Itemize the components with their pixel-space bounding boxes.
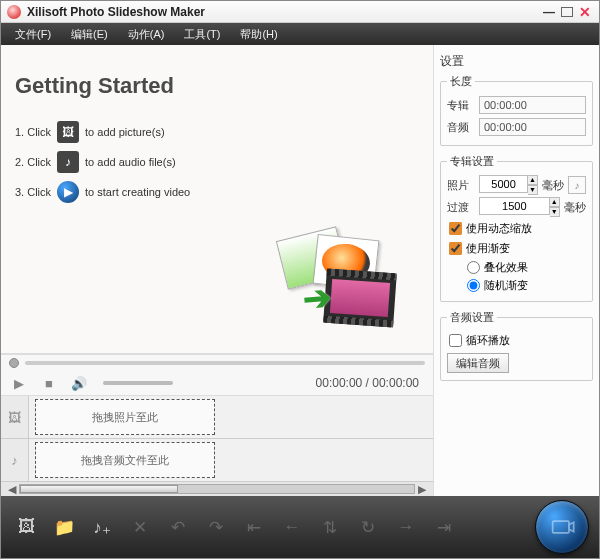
use-gradient-checkbox[interactable] [449,242,462,255]
menu-action[interactable]: 动作(A) [118,23,175,45]
photo-track[interactable]: 拖拽照片至此 [29,396,433,439]
audio-length-label: 音频 [447,120,475,135]
step-3: 3. Click ▶ to start creating video [15,177,419,207]
seek-thumb[interactable] [9,358,19,368]
timeline: 🖼 ♪ 拖拽照片至此 拖拽音频文件至此 [1,396,433,482]
menubar: 文件(F) 编辑(E) 动作(A) 工具(T) 帮助(H) [1,23,599,45]
loop-playback-label: 循环播放 [466,333,510,348]
step-2-post: to add audio file(s) [85,156,176,168]
play-button[interactable]: ▶ [9,373,29,393]
timeline-photo-track-icon: 🖼 [1,396,28,439]
add-audio-icon: ♪ [57,151,79,173]
menu-tool[interactable]: 工具(T) [174,23,230,45]
random-gradient-label: 随机渐变 [484,278,528,293]
app-icon [7,5,21,19]
settings-header: 设置 [440,53,593,70]
stack-effect-radio[interactable] [467,261,480,274]
menu-file[interactable]: 文件(F) [5,23,61,45]
loop-playback-checkbox[interactable] [449,334,462,347]
volume-slider[interactable] [103,381,173,385]
length-legend: 长度 [447,74,475,89]
trans-up-button[interactable]: ▲ [550,197,560,207]
step-1-post: to add picture(s) [85,126,164,138]
step-3-post: to start creating video [85,186,190,198]
timecode: 00:00:00 / 00:00:00 [316,376,425,390]
photo-up-button[interactable]: ▲ [528,175,538,185]
swap-button[interactable]: ⇅ [315,512,345,542]
scroll-right-button[interactable]: ▶ [415,483,429,496]
audio-track[interactable]: 拖拽音频文件至此 [29,439,433,481]
svg-rect-0 [553,521,569,533]
stack-effect-label: 叠化效果 [484,260,528,275]
transition-duration-label: 过渡 [447,200,475,215]
delete-button[interactable]: ✕ [125,512,155,542]
titlebar: Xilisoft Photo Slideshow Maker — ✕ [1,1,599,23]
album-settings-legend: 专辑设置 [447,154,497,169]
music-note-button[interactable]: ♪ [568,176,586,194]
photo-unit: 毫秒 [542,178,564,193]
transition-unit: 毫秒 [564,200,586,215]
menu-help[interactable]: 帮助(H) [230,23,287,45]
add-folder-button[interactable]: 📁 [49,512,79,542]
seek-track[interactable] [25,361,425,365]
preview-area: Getting Started 1. Click 🖼 to add pictur… [1,45,433,354]
audio-length-value: 00:00:00 [479,118,586,136]
transition-duration-input[interactable] [479,197,550,215]
playback-bar: ▶ ■ 🔊 00:00:00 / 00:00:00 [1,354,433,396]
minimize-button[interactable]: — [541,5,557,19]
step-2: 2. Click ♪ to add audio file(s) [15,147,419,177]
move-right-button[interactable]: → [391,512,421,542]
step-3-pre: 3. Click [15,186,51,198]
add-photo-button[interactable]: 🖼 [11,512,41,542]
seek-bar[interactable] [1,355,433,371]
step-1: 1. Click 🖼 to add picture(s) [15,117,419,147]
length-fieldset: 长度 专辑 00:00:00 音频 00:00:00 [440,74,593,146]
create-video-icon: ▶ [57,181,79,203]
album-length-value: 00:00:00 [479,96,586,114]
album-settings-fieldset: 专辑设置 照片 ▲▼ 毫秒 ♪ 过渡 ▲▼ 毫秒 使用动态缩放 使用渐变 [440,154,593,302]
photo-down-button[interactable]: ▼ [528,185,538,195]
redo-button[interactable]: ↷ [201,512,231,542]
volume-icon[interactable]: 🔊 [69,373,89,393]
move-end-button[interactable]: ⇥ [429,512,459,542]
dynamic-zoom-label: 使用动态缩放 [466,221,532,236]
photo-duration-input[interactable] [479,175,528,193]
bottom-toolbar: 🖼 📁 ♪₊ ✕ ↶ ↷ ⇤ ← ⇅ ↻ → ⇥ [1,496,599,558]
audio-settings-fieldset: 音频设置 循环播放 编辑音频 [440,310,593,381]
photo-dropzone[interactable]: 拖拽照片至此 [35,399,215,435]
move-left-button[interactable]: ← [277,512,307,542]
close-button[interactable]: ✕ [577,5,593,19]
trans-down-button[interactable]: ▼ [550,207,560,217]
scroll-thumb[interactable] [20,485,178,493]
use-gradient-label: 使用渐变 [466,241,510,256]
timeline-audio-track-icon: ♪ [1,439,28,481]
dynamic-zoom-checkbox[interactable] [449,222,462,235]
scroll-left-button[interactable]: ◀ [5,483,19,496]
timeline-scrollbar[interactable]: ◀ ▶ [1,482,433,496]
add-pictures-icon: 🖼 [57,121,79,143]
stop-button[interactable]: ■ [39,373,59,393]
album-length-label: 专辑 [447,98,475,113]
create-video-button[interactable] [535,500,589,554]
add-music-button[interactable]: ♪₊ [87,512,117,542]
settings-panel: 设置 长度 专辑 00:00:00 音频 00:00:00 专辑设置 照片 ▲▼… [433,45,599,496]
step-2-pre: 2. Click [15,156,51,168]
step-1-pre: 1. Click [15,126,51,138]
window-title: Xilisoft Photo Slideshow Maker [27,5,537,19]
getting-started-heading: Getting Started [15,73,419,99]
maximize-button[interactable] [561,7,573,17]
photo-duration-label: 照片 [447,178,475,193]
undo-button[interactable]: ↶ [163,512,193,542]
preview-collage: ➔ [273,233,403,333]
menu-edit[interactable]: 编辑(E) [61,23,118,45]
move-start-button[interactable]: ⇤ [239,512,269,542]
audio-dropzone[interactable]: 拖拽音频文件至此 [35,442,215,478]
random-gradient-radio[interactable] [467,279,480,292]
edit-audio-button[interactable]: 编辑音频 [447,353,509,373]
audio-settings-legend: 音频设置 [447,310,497,325]
refresh-button[interactable]: ↻ [353,512,383,542]
